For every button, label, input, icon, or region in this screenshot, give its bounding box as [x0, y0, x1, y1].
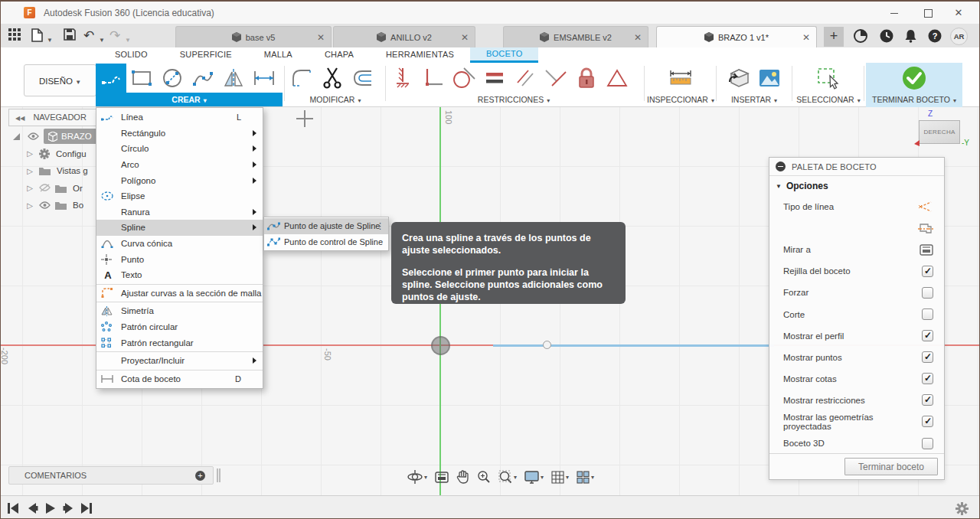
viewcube-face-label[interactable]: DERECHA	[923, 129, 955, 135]
tab-solido[interactable]: SOLIDO	[99, 47, 164, 63]
menu-item-rectangulo[interactable]: Rectángulo	[96, 126, 263, 142]
zoom-button[interactable]	[475, 470, 493, 484]
tab-malla[interactable]: MALLA	[248, 47, 309, 63]
modificar-dropdown[interactable]: MODIFICAR	[286, 93, 384, 106]
step-forward-button[interactable]	[63, 502, 75, 514]
insert-mesh-tool[interactable]	[724, 64, 754, 93]
menu-item-linea[interactable]: Línea L	[96, 109, 263, 126]
visibility-eye-icon[interactable]	[28, 132, 39, 140]
help-icon[interactable]: ?	[927, 28, 942, 44]
add-comment-icon[interactable]: +	[195, 471, 205, 481]
fillet-tool[interactable]	[286, 64, 317, 93]
terminar-boceto-dropdown[interactable]: TERMINAR BOCETO	[866, 93, 962, 106]
expander-icon[interactable]: ▷	[25, 167, 34, 175]
timeline-settings-gear-icon[interactable]	[956, 502, 969, 515]
maximize-button[interactable]	[916, 6, 939, 20]
redo-button[interactable]: ↷	[109, 28, 120, 44]
collapse-panel-icon[interactable]: ◀◀	[15, 110, 24, 126]
rejilla-checkbox[interactable]	[922, 266, 933, 277]
mostrar-perfil-checkbox[interactable]	[922, 330, 933, 341]
tab-brazo-1-v1[interactable]: BRAZO 1 v1* ✕	[656, 26, 817, 47]
step-back-button[interactable]	[26, 502, 38, 514]
equal-constraint[interactable]	[479, 64, 510, 93]
menu-item-arco[interactable]: Arco	[96, 157, 263, 173]
perpendicular-constraint[interactable]	[418, 64, 449, 93]
tab-anillo-v2[interactable]: ANILLO v2 ✕	[333, 26, 475, 47]
tab-close-icon[interactable]: ✕	[634, 32, 642, 43]
expander-icon[interactable]: ▷	[25, 201, 34, 210]
dimension-tool[interactable]	[249, 64, 279, 93]
sketch-line-geometry[interactable]	[493, 344, 774, 347]
submenu-item-punto-control-spline[interactable]: Punto de control de Spline	[264, 234, 388, 250]
insertar-dropdown[interactable]: INSERTAR	[718, 93, 790, 106]
fix-constraint[interactable]	[387, 64, 418, 93]
tab-close-icon[interactable]: ✕	[461, 32, 469, 43]
terminar-boceto-button[interactable]: Terminar boceto	[844, 458, 938, 475]
dropdown-caret-icon[interactable]: ▾	[424, 474, 427, 481]
kebab-menu-icon[interactable]: ⋮	[376, 221, 384, 231]
angle-constraint[interactable]	[541, 64, 571, 93]
visibility-eye-icon[interactable]	[39, 201, 51, 209]
menu-item-curva-conica[interactable]: Curva cónica	[96, 236, 263, 252]
dropdown-caret-icon[interactable]: ▾	[591, 474, 594, 481]
menu-item-punto[interactable]: Punto	[96, 251, 263, 267]
tab-chapa[interactable]: CHAPA	[309, 47, 370, 63]
offset-tool[interactable]	[348, 64, 378, 93]
insert-image-tool[interactable]	[754, 64, 785, 93]
notifications-bell-icon[interactable]	[903, 28, 919, 44]
job-status-clock-icon[interactable]	[879, 28, 894, 44]
expander-icon[interactable]: ▷	[25, 184, 34, 192]
line-tool[interactable]	[96, 64, 126, 93]
undo-button[interactable]: ↶	[83, 28, 94, 44]
menu-item-texto[interactable]: Texto	[96, 267, 263, 283]
submenu-item-punto-ajuste-spline[interactable]: Punto de ajuste de Spline ⋮	[264, 218, 388, 234]
display-settings-button[interactable]: ▾	[522, 471, 546, 484]
tab-close-icon[interactable]: ✕	[317, 32, 325, 43]
save-button[interactable]	[64, 28, 76, 44]
tab-herramientas[interactable]: HERRAMIENTAS	[370, 47, 470, 63]
collapse-circle-icon[interactable]	[776, 162, 786, 171]
expander-icon[interactable]: ▷	[25, 149, 34, 158]
lock-constraint[interactable]	[571, 64, 602, 93]
look-at-icon[interactable]	[920, 244, 933, 256]
menu-item-simetria[interactable]: Simetría	[96, 303, 263, 319]
inspeccionar-dropdown[interactable]: INSPECCIONAR	[646, 93, 715, 106]
dropdown-caret-icon[interactable]: ▾	[514, 474, 517, 481]
measure-tool[interactable]	[665, 64, 696, 93]
viewcube[interactable]: DERECHA	[919, 120, 960, 144]
close-button[interactable]: ✕	[947, 6, 970, 20]
expanded-arrow-icon[interactable]	[13, 133, 20, 140]
forzar-checkbox[interactable]	[922, 287, 933, 299]
origin-point[interactable]	[431, 336, 450, 355]
mostrar-puntos-checkbox[interactable]	[922, 351, 933, 363]
go-to-end-button[interactable]	[80, 502, 93, 514]
play-button[interactable]	[44, 502, 57, 514]
menu-item-proyectar-incluir[interactable]: Proyectar/Incluir	[96, 353, 263, 369]
tab-boceto[interactable]: BOCETO	[470, 47, 538, 63]
minimize-button[interactable]	[883, 6, 906, 20]
sketch-point[interactable]	[543, 341, 551, 349]
restricciones-dropdown[interactable]: RESTRICCIONES	[387, 93, 640, 106]
menu-item-ranura[interactable]: Ranura	[96, 204, 263, 220]
palette-header[interactable]: PALETA DE BOCETO	[769, 158, 944, 176]
menu-item-ajustar-curvas[interactable]: Ajustar curvas a la sección de malla	[96, 286, 263, 302]
tab-superficie[interactable]: SUPERFICIE	[164, 47, 248, 63]
construction-line-icon[interactable]	[918, 201, 933, 213]
redo-caret-icon[interactable]: ▼	[125, 33, 131, 48]
menu-item-patron-rectangular[interactable]: Patrón rectangular	[96, 335, 263, 351]
select-tool[interactable]	[813, 64, 844, 93]
comments-bar[interactable]: COMENTARIOS +	[8, 466, 214, 485]
panel-resize-grip[interactable]	[217, 468, 220, 482]
trim-scissors-tool[interactable]	[317, 64, 348, 93]
tab-base-v5[interactable]: base v5 ✕	[175, 26, 332, 47]
palette-section-opciones[interactable]: Opciones	[769, 176, 944, 196]
centerline-icon[interactable]	[918, 222, 933, 235]
undo-caret-icon[interactable]: ▼	[99, 33, 105, 48]
circle-tool[interactable]	[157, 64, 188, 93]
look-at-button[interactable]	[433, 472, 451, 483]
geometrias-proyectadas-checkbox[interactable]	[922, 416, 933, 427]
orbit-button[interactable]: ▾	[405, 470, 430, 484]
menu-item-cota-de-boceto[interactable]: Cota de boceto D	[96, 371, 263, 387]
visibility-off-eye-icon[interactable]	[39, 184, 51, 192]
spline-tool[interactable]	[188, 64, 218, 93]
